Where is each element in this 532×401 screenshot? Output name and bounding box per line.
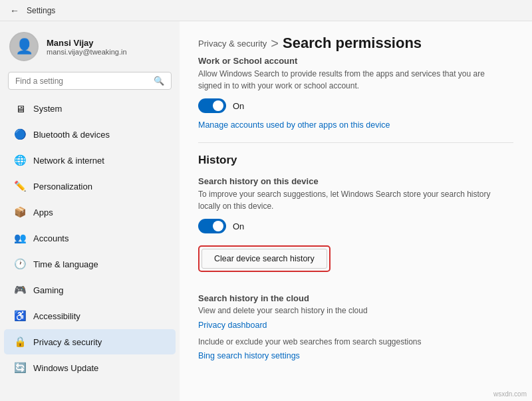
search-history-title: Search history on this device xyxy=(198,176,513,186)
avatar: 👤 xyxy=(9,32,39,61)
sidebar-item-label-system: System xyxy=(33,104,166,114)
sidebar-item-label-bluetooth: Bluetooth & devices xyxy=(33,130,166,140)
work-account-toggle[interactable] xyxy=(198,98,226,113)
work-account-toggle-row: On xyxy=(198,98,513,113)
manage-accounts-link[interactable]: Manage accounts used by other apps on th… xyxy=(198,120,390,130)
cloud-section-desc: View and delete your search history in t… xyxy=(198,306,513,315)
cloud-include-desc: Include or exclude your web searches fro… xyxy=(198,337,513,346)
history-toggle-label: On xyxy=(233,221,244,231)
app-body: 👤 Mansi Vijay mansi.vijay@tweaking.in 🔍 … xyxy=(0,21,532,401)
sidebar-item-label-time: Time & language xyxy=(33,259,166,269)
sidebar-item-privacy[interactable]: 🔒Privacy & security xyxy=(4,329,176,354)
sidebar-item-label-network: Network & internet xyxy=(33,156,166,166)
work-account-section: Work or School account Allow Windows Sea… xyxy=(198,56,513,130)
clear-btn-wrapper: Clear device search history xyxy=(198,245,331,272)
sidebar-nav: 🖥System🔵Bluetooth & devices🌐Network & in… xyxy=(0,95,180,381)
history-toggle-row: On xyxy=(198,219,513,233)
time-icon: 🕐 xyxy=(13,257,27,271)
cloud-section-title: Search history in the cloud xyxy=(198,293,513,303)
search-box[interactable]: 🔍 xyxy=(8,72,172,90)
breadcrumb-current: Search permissions xyxy=(283,35,422,52)
avatar-icon: 👤 xyxy=(15,38,33,55)
history-title: History xyxy=(198,154,513,167)
network-icon: 🌐 xyxy=(13,154,27,167)
history-section: History Search history on this device To… xyxy=(198,154,513,281)
bing-history-link[interactable]: Bing search history settings xyxy=(198,351,300,360)
user-profile: 👤 Mansi Vijay mansi.vijay@tweaking.in xyxy=(0,21,180,69)
update-icon: 🔄 xyxy=(13,361,27,374)
accounts-icon: 👥 xyxy=(13,231,27,245)
user-name: Mansi Vijay xyxy=(47,38,127,48)
sidebar: 👤 Mansi Vijay mansi.vijay@tweaking.in 🔍 … xyxy=(0,21,180,401)
user-info: Mansi Vijay mansi.vijay@tweaking.in xyxy=(47,38,127,56)
sidebar-item-accounts[interactable]: 👥Accounts xyxy=(4,225,176,251)
clear-device-search-history-button[interactable]: Clear device search history xyxy=(201,249,327,269)
system-icon: 🖥 xyxy=(13,102,27,115)
sidebar-item-bluetooth[interactable]: 🔵Bluetooth & devices xyxy=(4,122,176,147)
personalization-icon: ✏️ xyxy=(13,180,27,193)
work-account-toggle-label: On xyxy=(233,101,244,111)
work-account-title: Work or School account xyxy=(198,56,513,66)
sidebar-item-label-personalization: Personalization xyxy=(33,182,166,192)
sidebar-item-gaming[interactable]: 🎮Gaming xyxy=(4,277,176,303)
sidebar-item-personalization[interactable]: ✏️Personalization xyxy=(4,174,176,199)
sidebar-item-label-gaming: Gaming xyxy=(33,285,166,295)
apps-icon: 📦 xyxy=(13,205,27,219)
breadcrumb-separator: > xyxy=(271,36,279,51)
gaming-icon: 🎮 xyxy=(13,283,27,297)
user-email: mansi.vijay@tweaking.in xyxy=(47,48,127,56)
work-account-desc: Allow Windows Search to provide results … xyxy=(198,68,491,92)
sidebar-item-update[interactable]: 🔄Windows Update xyxy=(4,355,176,380)
watermark: wsxdn.com xyxy=(493,390,527,398)
breadcrumb-parent: Privacy & security xyxy=(198,39,267,49)
search-history-desc: To improve your search suggestions, let … xyxy=(198,188,491,212)
sidebar-item-label-apps: Apps xyxy=(33,207,166,217)
bluetooth-icon: 🔵 xyxy=(13,128,27,141)
sidebar-item-apps[interactable]: 📦Apps xyxy=(4,200,176,225)
search-input[interactable] xyxy=(15,76,148,86)
search-icon: 🔍 xyxy=(154,76,164,86)
titlebar: ← Settings xyxy=(0,0,532,21)
history-toggle[interactable] xyxy=(198,219,226,233)
sidebar-item-label-privacy: Privacy & security xyxy=(33,337,166,347)
privacy-dashboard-link[interactable]: Privacy dashboard xyxy=(198,321,267,330)
sidebar-item-accessibility[interactable]: ♿Accessibility xyxy=(4,303,176,329)
sidebar-item-label-accounts: Accounts xyxy=(33,233,166,243)
divider-1 xyxy=(198,142,513,143)
back-button[interactable]: ← xyxy=(8,4,21,17)
cloud-section: Search history in the cloud View and del… xyxy=(198,293,513,361)
sidebar-item-label-accessibility: Accessibility xyxy=(33,311,166,321)
privacy-icon: 🔒 xyxy=(13,335,27,348)
titlebar-title: Settings xyxy=(27,6,55,15)
accessibility-icon: ♿ xyxy=(13,309,27,323)
main-content: Privacy & security > Search permissions … xyxy=(180,21,532,401)
sidebar-item-system[interactable]: 🖥System xyxy=(4,96,176,121)
sidebar-item-network[interactable]: 🌐Network & internet xyxy=(4,148,176,173)
breadcrumb: Privacy & security > Search permissions xyxy=(198,35,513,52)
sidebar-item-label-update: Windows Update xyxy=(33,363,166,373)
sidebar-item-time[interactable]: 🕐Time & language xyxy=(4,251,176,277)
